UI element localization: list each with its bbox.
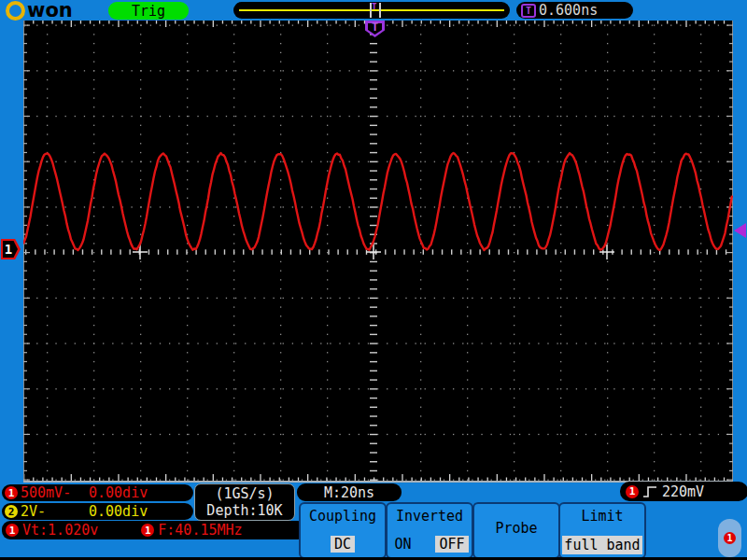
owon-logo: won [6, 0, 73, 21]
trigger-level-pill: 1 220mV [620, 482, 747, 501]
menu-label: Inverted [388, 508, 472, 525]
channel1-badge: 1 [5, 486, 18, 499]
owon-logo-ring-icon [6, 1, 25, 21]
channel1-offset: 0.00div [89, 484, 148, 501]
owon-logo-text: won [27, 1, 73, 20]
menu-button-limit[interactable]: Limit full band [558, 502, 646, 559]
menu-label: Limit [560, 508, 644, 525]
measure-vt-value: Vt:1.020v [22, 522, 98, 539]
menu-value-off: OFF [435, 536, 468, 553]
timebase-pill: M:20ns [297, 483, 402, 501]
menu-label: Coupling [301, 508, 385, 525]
measure-freq-badge: 1 [141, 524, 154, 537]
trigger-status-badge: Trig [108, 2, 189, 20]
menu-button-coupling[interactable]: Coupling DC [299, 502, 387, 559]
trigger-level-value: 220mV [662, 483, 704, 500]
horizontal-position-bar: T [233, 2, 510, 19]
channel1-level-marker: 1 [1, 239, 21, 259]
rising-edge-icon [642, 485, 658, 498]
measurements-pill: 1 Vt:1.020v 1 F:40.15MHz [2, 521, 306, 539]
oscilloscope-screen: won Trig T T 0.600ns T 1 1 500mV- 0.00di… [0, 0, 747, 560]
channel2-offset: 0.00div [89, 503, 148, 520]
trigger-marker-letter: T [372, 2, 376, 11]
menu-label: Probe [474, 520, 558, 537]
trigger-time-readout: T 0.600ns [516, 2, 633, 19]
trigger-level-arrow-icon [734, 223, 746, 238]
sample-rate: (1GS/s) [215, 485, 274, 502]
acquisition-info-box: (1GS/s) Depth:10K [194, 483, 295, 521]
memory-depth: Depth:10K [206, 502, 282, 519]
menu-value-on: ON [390, 536, 415, 553]
measure-freq-value: F:40.15MHz [158, 522, 242, 539]
menu-value-dc: DC [331, 536, 355, 553]
menu-value-fullband: full band [562, 536, 641, 554]
measure-vt-badge: 1 [6, 524, 19, 537]
channel2-badge: 2 [5, 505, 18, 518]
side-tab-channel-badge: 1 [724, 532, 736, 544]
channel2-scale: 2V- [21, 503, 46, 520]
trigger-t-icon: T [521, 4, 536, 18]
trigger-time-value: 0.600ns [539, 2, 598, 19]
channel1-scale: 500mV- [21, 484, 71, 501]
menu-button-inverted[interactable]: Inverted ON OFF [386, 502, 473, 559]
channel1-trace [23, 153, 732, 250]
trigger-source-badge: 1 [626, 485, 639, 498]
menu-button-probe[interactable]: Probe [472, 502, 560, 559]
channel1-status-pill: 1 500mV- 0.00div [2, 484, 193, 501]
waveform-plot [23, 21, 733, 483]
channel-menu-side-tab[interactable]: 1 [718, 519, 741, 557]
trigger-position-marker: T [370, 3, 381, 18]
channel1-marker-number: 1 [1, 239, 16, 259]
timebase-value: M:20ns [324, 484, 374, 501]
channel2-status-pill: 2 2V- 0.00div [2, 503, 193, 520]
